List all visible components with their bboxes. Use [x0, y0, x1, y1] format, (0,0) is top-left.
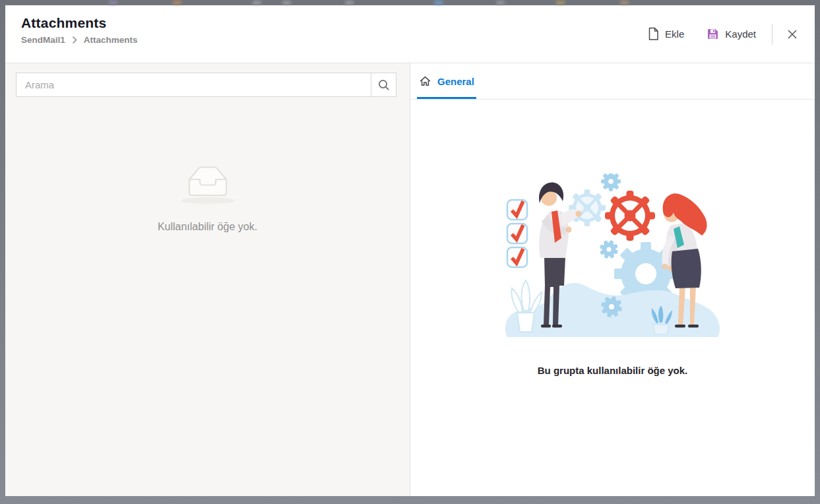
tab-content: Bu grupta kullanılabilir öğe yok.: [410, 100, 815, 496]
background-app-hint: [0, 1, 820, 5]
close-button[interactable]: [783, 25, 802, 44]
breadcrumb: SendMail1 Attachments: [21, 35, 138, 45]
add-button-label: Ekle: [665, 28, 684, 40]
page-title: Attachments: [21, 15, 138, 31]
header-divider: [772, 24, 773, 45]
tab-general-label: General: [437, 76, 474, 87]
right-empty-text: Bu grupta kullanılabilir öğe yok.: [538, 365, 688, 376]
search-input[interactable]: [16, 73, 371, 96]
search-button[interactable]: [371, 73, 396, 96]
header-titles: Attachments SendMail1 Attachments: [5, 5, 138, 63]
inbox-tray-icon: [179, 163, 236, 205]
items-panel: Kullanılabilir öğe yok.: [5, 63, 410, 496]
dialog-body: Kullanılabilir öğe yok. General: [5, 63, 815, 496]
floppy-disk-icon: [707, 28, 719, 40]
detail-panel: General: [410, 63, 815, 496]
header-actions: Ekle Kaydet: [645, 5, 815, 63]
document-icon: [648, 27, 659, 41]
search-box: [16, 73, 396, 97]
search-icon: [378, 79, 390, 91]
window-frame: Attachments SendMail1 Attachments: [0, 0, 820, 504]
save-button[interactable]: Kaydet: [704, 24, 759, 44]
home-icon: [419, 75, 431, 87]
left-empty-state: Kullanılabilir öğe yok.: [5, 163, 410, 233]
left-empty-text: Kullanılabilir öğe yok.: [5, 221, 410, 233]
attachments-dialog: Attachments SendMail1 Attachments: [5, 5, 815, 496]
close-icon: [787, 29, 798, 40]
chevron-right-icon: [72, 36, 77, 44]
dialog-header: Attachments SendMail1 Attachments: [5, 5, 815, 63]
tab-bar: General: [410, 63, 815, 100]
breadcrumb-parent[interactable]: SendMail1: [21, 35, 65, 45]
add-button[interactable]: Ekle: [645, 23, 687, 45]
teamwork-gears-illustration: [501, 173, 725, 338]
save-button-label: Kaydet: [725, 28, 756, 40]
breadcrumb-current: Attachments: [84, 35, 138, 45]
tab-general[interactable]: General: [417, 63, 476, 99]
